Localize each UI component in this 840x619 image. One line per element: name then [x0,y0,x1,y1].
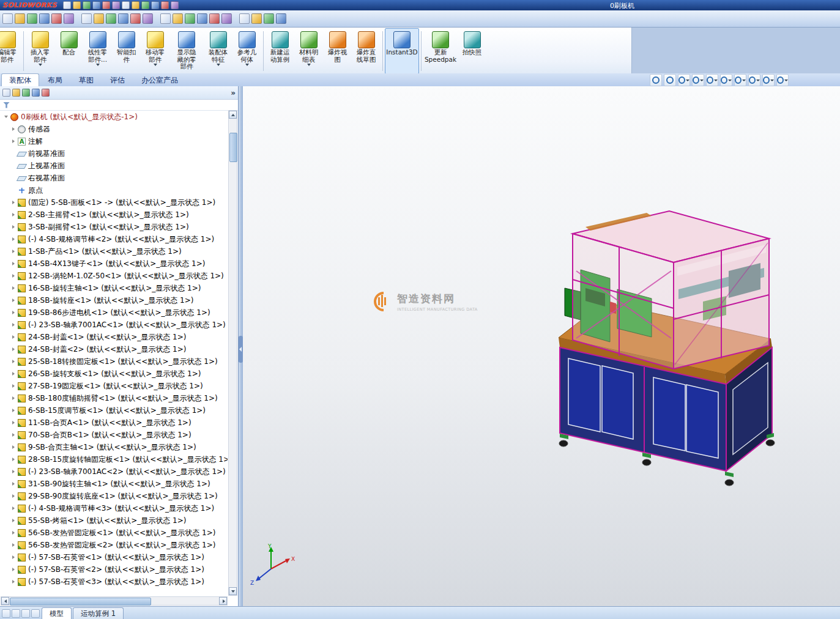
open-icon[interactable] [73,1,81,9]
tree-item[interactable]: 16-SB-旋转主轴<1> (默认<<默认>_显示状态 1>) [1,282,228,294]
expander-icon[interactable] [12,568,15,571]
measure-icon[interactable] [27,13,37,24]
graphics-viewport[interactable]: 智造资料网 INTELLIGENT MANUFACTURING DATA Y X… [243,86,840,606]
deviation-analysis-icon[interactable] [118,13,128,24]
expander-icon[interactable] [12,274,15,278]
expander-icon[interactable] [12,409,15,412]
expander-icon[interactable] [12,262,15,265]
print-icon[interactable] [92,1,100,9]
expander-icon[interactable] [12,580,15,584]
tab-scroll-next-icon[interactable] [21,609,30,618]
machine-3d-model[interactable] [243,86,840,606]
expander-icon[interactable] [12,201,15,204]
section-properties-icon[interactable] [51,13,62,24]
display-style-icon[interactable] [720,74,732,86]
zoom-modify-icon[interactable] [160,13,171,24]
tab-evaluate[interactable]: 评估 [102,73,133,86]
warning-triangle-icon[interactable] [130,13,141,24]
tree-item[interactable]: 14-SB-4X13键子<1> (默认<<默认>_显示状态 1>) [1,258,228,270]
expander-icon[interactable] [12,531,15,535]
hide-show-items-icon[interactable] [734,74,746,86]
expander-icon[interactable] [12,421,15,424]
zoom-area-icon[interactable] [664,74,676,86]
linear-component-pattern-button[interactable]: 线性零 部件... [83,28,112,74]
tree-item[interactable]: 9-SB-合页主轴<1> (默认<<默认>_显示状态 1>) [1,441,228,453]
previous-view-icon[interactable] [678,74,690,86]
tree-item[interactable]: 6-SB-15度调节板<1> (默认<<默认>_显示状态 1>) [1,404,228,417]
expander-icon[interactable] [12,213,15,217]
explode-line-sketch-button[interactable]: 爆炸直 线草图 [352,28,381,74]
tree-item[interactable]: 前视基准面 [1,147,228,160]
tree-item[interactable]: 上视基准面 [1,160,228,172]
tree-item[interactable]: A注解 [1,135,228,147]
interference-detection-icon[interactable] [239,13,250,24]
tree-item[interactable]: 24-SB-封盖<1> (默认<<默认>_显示状态 1>) [1,331,228,343]
tree-item[interactable]: 3-SB-副摇臂<1> (默认<<默认>_显示状态 1>) [1,221,228,233]
performance-evaluation-icon[interactable] [221,13,232,24]
tree-item[interactable]: 1-SB-产品<1> (默认<<默认>_显示状态 1>) [1,245,228,258]
tree-item[interactable]: (-) 57-SB-石英管<1> (默认<<默认>_显示状态 1>) [1,551,228,563]
expander-icon[interactable] [12,494,15,498]
propertymanager-tab-icon[interactable] [12,89,20,97]
options-icon[interactable] [161,1,169,9]
tree-horizontal-scrollbar[interactable] [1,596,228,606]
tree-item[interactable]: 原点 [1,184,228,196]
assembly-features-button[interactable]: 装配体 特征 [204,28,232,74]
print-preview-icon[interactable] [102,1,110,9]
update-speedpak-button[interactable]: 更新 Speedpak [423,28,458,74]
render-tools-icon[interactable] [276,13,286,24]
tree-item[interactable]: (-) 4-SB-规格调节棒<2> (默认<<默认>_显示状态 1>) [1,233,228,245]
expander-icon[interactable] [12,384,15,388]
expander-icon[interactable] [12,555,15,559]
appearance-icon[interactable] [173,13,183,24]
edit-appearance-icon[interactable] [748,74,760,86]
expander-icon[interactable] [12,139,15,143]
expander-icon[interactable] [12,323,15,327]
tree-item[interactable]: 27-SB-19固定板<1> (默认<<默认>_显示状态 1>) [1,380,228,392]
tree-item[interactable]: 56-SB-发热管固定板<1> (默认<<默认>_显示状态 1>) [1,527,228,539]
tree-item[interactable]: 31-SB-90旋转主轴<1> (默认<<默认>_显示状态 1>) [1,478,228,490]
zebra-stripes-icon[interactable] [197,13,207,24]
expander-icon[interactable] [12,286,15,290]
expander-icon[interactable] [12,347,15,351]
import-diagnostics-icon[interactable] [106,13,116,24]
tree-item[interactable]: 传感器 [1,123,228,135]
new-document-icon[interactable] [63,1,71,9]
expander-icon[interactable] [12,470,15,473]
view-orientation-icon[interactable] [706,74,718,86]
expander-icon[interactable] [12,543,15,547]
new-motion-study-button[interactable]: 新建运 动算例 [266,28,294,74]
expander-icon[interactable] [12,237,15,241]
tree-item[interactable]: 8-SB-180度辅助摇臂<1> (默认<<默认>_显示状态 1>) [1,392,228,404]
expander-icon[interactable] [12,372,15,376]
file-properties-icon[interactable] [151,1,159,9]
camera-icon[interactable] [264,13,274,24]
tree-item[interactable]: 55-SB-烤箱<1> (默认<<默认>_显示状态 1>) [1,514,228,527]
edit-component-button[interactable]: 编辑零 部件 [0,28,21,74]
tree-item[interactable]: 11-SB-合页A<1> (默认<<默认>_显示状态 1>) [1,417,228,429]
tree-item[interactable]: 28-SB-15度旋转轴固定板<1> (默认<<默认>_显示状态 1>) [1,453,228,465]
tree-item[interactable]: 25-SB-18转接固定板<1> (默认<<默认>_显示状态 1>) [1,355,228,368]
expander-icon[interactable] [12,433,15,437]
tree-vertical-scrollbar[interactable] [228,110,237,596]
featuremanager-tab-icon[interactable] [2,89,10,97]
tree-item[interactable]: 12-SB-涡轮M-1.0Z-50<1> (默认<<默认>_显示状态 1>) [1,270,228,282]
tree-item[interactable]: 70-SB-合页B<1> (默认<<默认>_显示状态 1>) [1,429,228,441]
spell-check-icon[interactable] [2,13,13,24]
tree-item[interactable]: 右视基准面 [1,172,228,184]
expander-icon[interactable] [12,250,15,253]
tree-item[interactable]: 29-SB-90度旋转底座<1> (默认<<默认>_显示状态 1>) [1,490,228,502]
statistics-icon[interactable] [94,13,104,24]
section-view-icon[interactable] [692,74,704,86]
expander-icon[interactable] [12,445,15,449]
help-icon[interactable] [171,1,179,9]
smart-fasteners-button[interactable]: 智能扣 件 [112,28,141,74]
expander-icon[interactable] [12,298,15,302]
save-icon[interactable] [83,1,91,9]
tree-item[interactable]: 19-SB-86步进电机<1> (默认<<默认>_显示状态 1>) [1,306,228,319]
tab-scroll-last-icon[interactable] [31,609,40,618]
mass-properties-icon[interactable] [39,13,50,24]
curvature-icon[interactable] [185,13,195,24]
tab-sketch[interactable]: 草图 [71,73,102,86]
tree-item[interactable]: (-) 23-SB-轴承7001AC<1> (默认<<默认>_显示状态 1>) [1,319,228,331]
